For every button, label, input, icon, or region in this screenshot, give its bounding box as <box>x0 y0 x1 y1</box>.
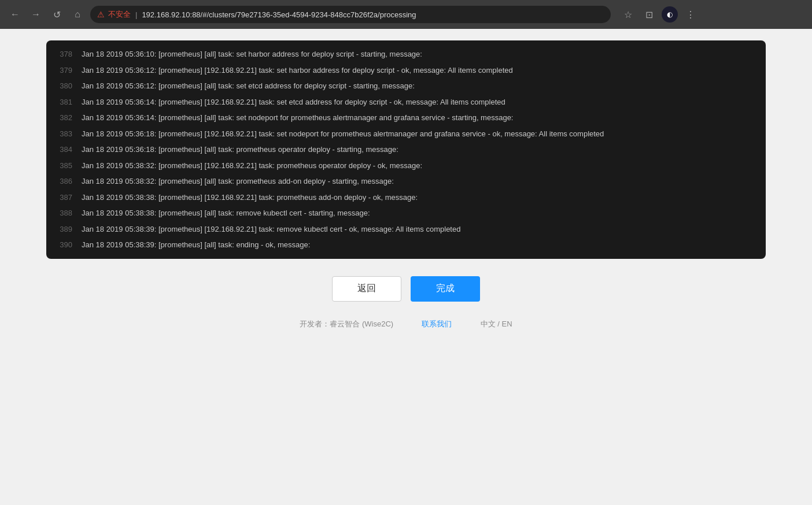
log-line: 380 Jan 18 2019 05:36:12: [prometheus] [… <box>46 78 766 94</box>
complete-button[interactable]: 完成 <box>411 276 480 302</box>
contact-link[interactable]: 联系我们 <box>422 320 452 328</box>
warning-icon: ⚠ <box>97 10 105 19</box>
line-content: Jan 18 2019 05:38:39: [prometheus] [all]… <box>82 239 756 251</box>
log-line: 383 Jan 18 2019 05:36:18: [prometheus] [… <box>46 126 766 142</box>
footer-divider2 <box>459 320 474 328</box>
line-number: 384 <box>56 144 82 155</box>
refresh-button[interactable]: ↺ <box>49 6 65 23</box>
separator: | <box>135 10 137 19</box>
log-line: 386 Jan 18 2019 05:38:32: [prometheus] [… <box>46 173 766 190</box>
log-line: 388 Jan 18 2019 05:38:38: [prometheus] [… <box>46 205 766 221</box>
log-container[interactable]: 378 Jan 18 2019 05:36:10: [prometheus] [… <box>46 40 766 259</box>
profile-button[interactable]: ◐ <box>662 6 678 23</box>
star-button[interactable]: ☆ <box>620 6 636 23</box>
line-number: 390 <box>56 239 82 251</box>
browser-chrome: ← → ↺ ⌂ ⚠ 不安全 | 192.168.92.10:88/#/clust… <box>0 0 812 29</box>
back-button[interactable]: 返回 <box>332 276 401 302</box>
line-content: Jan 18 2019 05:38:32: [prometheus] [all]… <box>82 176 756 187</box>
line-number: 380 <box>56 80 82 92</box>
address-bar[interactable]: ⚠ 不安全 | 192.168.92.10:88/#/clusters/79e2… <box>90 6 611 23</box>
insecure-label: 不安全 <box>108 9 131 20</box>
line-content: Jan 18 2019 05:36:14: [prometheus] [all]… <box>82 112 756 124</box>
log-line: 390 Jan 18 2019 05:38:39: [prometheus] [… <box>46 237 766 253</box>
line-content: Jan 18 2019 05:36:18: [prometheus] [192.… <box>82 128 756 140</box>
line-number: 389 <box>56 224 82 235</box>
browser-actions: ☆ ⊡ ◐ ⋮ <box>620 6 699 23</box>
forward-button[interactable]: → <box>28 6 44 23</box>
line-number: 378 <box>56 49 82 60</box>
log-line: 389 Jan 18 2019 05:38:39: [prometheus] [… <box>46 221 766 237</box>
footer: 开发者：睿云智合 (Wise2C) 联系我们 中文 / EN <box>46 319 766 335</box>
line-content: Jan 18 2019 05:38:32: [prometheus] [192.… <box>82 160 756 172</box>
log-line: 385 Jan 18 2019 05:38:32: [prometheus] [… <box>46 158 766 174</box>
developer-text: 开发者：睿云智合 (Wise2C) <box>300 320 393 328</box>
line-content: Jan 18 2019 05:36:10: [prometheus] [all]… <box>82 49 756 60</box>
lang-text: 中文 / EN <box>481 320 512 328</box>
line-number: 382 <box>56 112 82 124</box>
line-number: 385 <box>56 160 82 172</box>
log-line: 378 Jan 18 2019 05:36:10: [prometheus] [… <box>46 46 766 62</box>
log-line: 379 Jan 18 2019 05:36:12: [prometheus] [… <box>46 62 766 79</box>
line-number: 381 <box>56 96 82 108</box>
menu-button[interactable]: ⋮ <box>682 6 699 23</box>
line-content: Jan 18 2019 05:38:38: [prometheus] [192.… <box>82 192 756 203</box>
line-number: 388 <box>56 207 82 219</box>
footer-divider <box>400 320 415 328</box>
line-content: Jan 18 2019 05:36:12: [prometheus] [all]… <box>82 80 756 92</box>
line-number: 387 <box>56 192 82 203</box>
url-text: 192.168.92.10:88/#/clusters/79e27136-35e… <box>142 10 416 19</box>
log-line: 387 Jan 18 2019 05:38:38: [prometheus] [… <box>46 190 766 206</box>
line-number: 383 <box>56 128 82 140</box>
page-content: 378 Jan 18 2019 05:36:10: [prometheus] [… <box>0 29 812 503</box>
line-content: Jan 18 2019 05:38:39: [prometheus] [192.… <box>82 224 756 235</box>
log-line: 381 Jan 18 2019 05:36:14: [prometheus] [… <box>46 94 766 110</box>
line-content: Jan 18 2019 05:36:12: [prometheus] [192.… <box>82 65 756 76</box>
back-button[interactable]: ← <box>7 6 23 23</box>
log-lines: 378 Jan 18 2019 05:36:10: [prometheus] [… <box>46 46 766 253</box>
home-button[interactable]: ⌂ <box>69 6 86 23</box>
line-content: Jan 18 2019 05:36:18: [prometheus] [all]… <box>82 144 756 155</box>
log-line: 384 Jan 18 2019 05:36:18: [prometheus] [… <box>46 142 766 158</box>
log-line: 382 Jan 18 2019 05:36:14: [prometheus] [… <box>46 110 766 126</box>
bookmark-button[interactable]: ⊡ <box>641 6 657 23</box>
line-number: 386 <box>56 176 82 187</box>
line-content: Jan 18 2019 05:36:14: [prometheus] [192.… <box>82 96 756 108</box>
line-content: Jan 18 2019 05:38:38: [prometheus] [all]… <box>82 207 756 219</box>
line-number: 379 <box>56 65 82 76</box>
button-area: 返回 完成 <box>46 276 766 302</box>
